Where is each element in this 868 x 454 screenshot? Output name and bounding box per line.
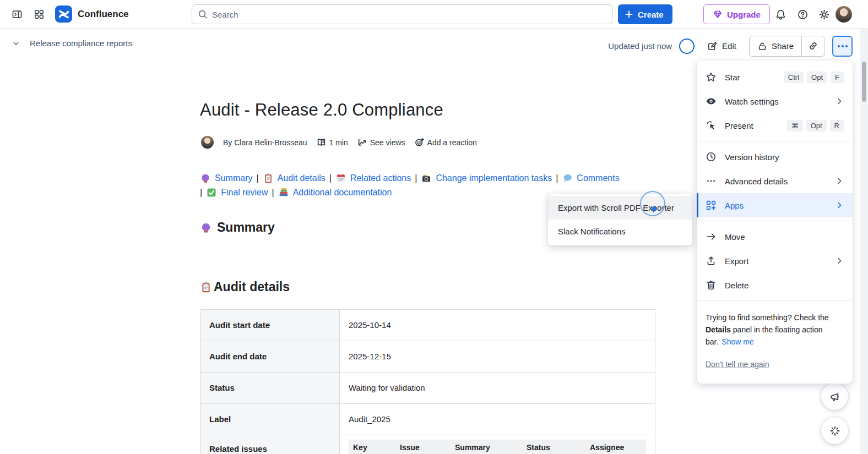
tip-text: Trying to find something? Check the Deta… [706, 311, 844, 348]
cursor-click-indicator [640, 191, 665, 216]
collapse-spinner-button[interactable] [821, 417, 848, 444]
pencil-icon [707, 41, 718, 51]
calendar-icon [335, 173, 346, 184]
menu-item-apps[interactable]: Apps [697, 193, 853, 217]
search-input[interactable] [212, 10, 606, 19]
author-name[interactable]: By Clara Belin-Brosseau [223, 138, 307, 147]
see-views[interactable]: See views [357, 138, 405, 147]
row-value[interactable]: 2025-12-15 [340, 341, 655, 373]
app-switcher-icon[interactable] [31, 6, 47, 23]
col-header-key: Key [349, 443, 395, 454]
camera-flash-icon [421, 173, 432, 184]
col-header-summary: Summary [451, 443, 522, 454]
app-name: Confluence [78, 9, 129, 20]
toc-link-related-actions[interactable]: Related actions [350, 171, 411, 185]
apps-grid-icon [706, 200, 717, 211]
row-value[interactable]: 2025-10-14 [340, 310, 655, 341]
clipboard-icon [263, 173, 274, 184]
toc-link-change-tasks[interactable]: Change implementation tasks [436, 171, 552, 185]
feedback-megaphone-button[interactable] [821, 383, 848, 410]
menu-item-watch-settings[interactable]: Watch settings [697, 89, 853, 113]
scrollbar-track[interactable] [860, 29, 868, 454]
notifications-icon[interactable] [772, 6, 789, 23]
row-value[interactable]: Audit_2025 [340, 404, 655, 435]
col-header-assignee: Assignee [585, 443, 646, 454]
toc-link-summary[interactable]: Summary [215, 171, 252, 185]
menu-item-move[interactable]: Move [697, 225, 853, 249]
eye-icon [706, 96, 717, 107]
settings-gear-icon[interactable] [816, 6, 832, 23]
scrollbar-thumb[interactable] [862, 62, 866, 102]
books-icon [278, 187, 289, 198]
breadcrumb[interactable]: Release compliance reports [12, 39, 132, 48]
toc-link-comments[interactable]: Comments [577, 171, 619, 185]
menu-footer-tip: Trying to find something? Check the Deta… [697, 304, 853, 370]
more-actions-button[interactable] [832, 36, 853, 57]
star-icon [706, 72, 717, 83]
menu-item-label: Star [725, 73, 775, 82]
shortcut-key: Opt [806, 120, 827, 132]
toc-link-final-review[interactable]: Final review [221, 185, 268, 200]
sidebar-toggle-icon[interactable] [9, 6, 25, 23]
page-actions: Updated just now Edit Share [608, 35, 853, 57]
toc-link-additional-docs[interactable]: Additional documentation [293, 185, 392, 200]
menu-item-present[interactable]: Present ⌘ Opt R [697, 113, 853, 138]
read-time: 1 min [317, 138, 348, 147]
row-value[interactable]: Waiting for validation [340, 373, 655, 404]
dont-tell-me-again-link[interactable]: Don't tell me again [706, 358, 769, 370]
add-reaction[interactable]: Add a reaction [415, 138, 477, 147]
table-row: Label Audit_2025 [200, 404, 655, 435]
book-icon [317, 138, 326, 147]
megaphone-icon [829, 391, 841, 403]
menu-item-label: Watch settings [725, 97, 827, 106]
separator: | [272, 185, 274, 200]
check-mark-icon [206, 187, 217, 198]
chevron-down-icon [12, 40, 20, 47]
help-icon[interactable] [794, 6, 811, 23]
author-avatar[interactable] [201, 136, 214, 149]
upgrade-label: Upgrade [727, 10, 761, 19]
confluence-logo[interactable]: Confluence [55, 6, 129, 23]
menu-item-star[interactable]: Star Ctrl Opt F [697, 65, 853, 89]
toc-link-audit-details[interactable]: Audit details [278, 171, 326, 185]
menu-item-label: Export [725, 256, 827, 266]
user-avatar[interactable] [836, 6, 852, 23]
share-button[interactable]: Share [750, 36, 801, 56]
menu-item-label: Apps [725, 201, 827, 210]
spinner-icon [829, 425, 841, 437]
audit-details-table: Audit start date 2025-10-14 Audit end da… [200, 309, 655, 454]
ellipsis-icon [706, 176, 717, 187]
menu-divider [697, 300, 853, 301]
separator: | [329, 171, 332, 185]
share-label: Share [772, 41, 794, 51]
menu-item-label: Delete [725, 281, 844, 290]
col-header-issue: Issue [395, 443, 451, 454]
menu-item-advanced-details[interactable]: Advanced details [697, 169, 853, 193]
gem-icon [713, 9, 723, 19]
show-me-link[interactable]: Show me [721, 337, 753, 346]
menu-item-delete[interactable]: Delete [697, 273, 853, 297]
smiley-plus-icon [415, 138, 424, 147]
menu-item-export[interactable]: Export [697, 249, 853, 273]
separator: | [200, 185, 202, 200]
copy-link-icon[interactable] [802, 36, 824, 56]
menu-item-version-history[interactable]: Version history [697, 145, 853, 169]
unlock-icon [757, 41, 767, 51]
create-button[interactable]: Create [618, 4, 672, 24]
submenu-item-slack-notifications[interactable]: Slack Notifications [548, 220, 692, 243]
summary-heading: Summary [200, 220, 275, 235]
search-bar[interactable] [192, 4, 612, 24]
breadcrumb-label: Release compliance reports [30, 39, 132, 48]
related-issues-cell: Key Issue Summary Status Assignee [340, 435, 655, 454]
crystal-ball-icon [200, 173, 211, 184]
col-header-status: Status [522, 443, 585, 454]
separator: | [556, 171, 558, 185]
edit-button[interactable]: Edit [702, 37, 742, 55]
shortcut-key: Opt [807, 72, 827, 83]
submenu-item-scroll-pdf-exporter[interactable]: Export with Scroll PDF Exporter [548, 196, 692, 220]
editor-avatar[interactable] [679, 39, 695, 54]
separator: | [256, 171, 258, 185]
audit-details-heading-label: Audit details [214, 280, 290, 294]
upgrade-button[interactable]: Upgrade [703, 4, 770, 24]
top-navigation-bar: Confluence Create Upgrade [0, 0, 868, 29]
